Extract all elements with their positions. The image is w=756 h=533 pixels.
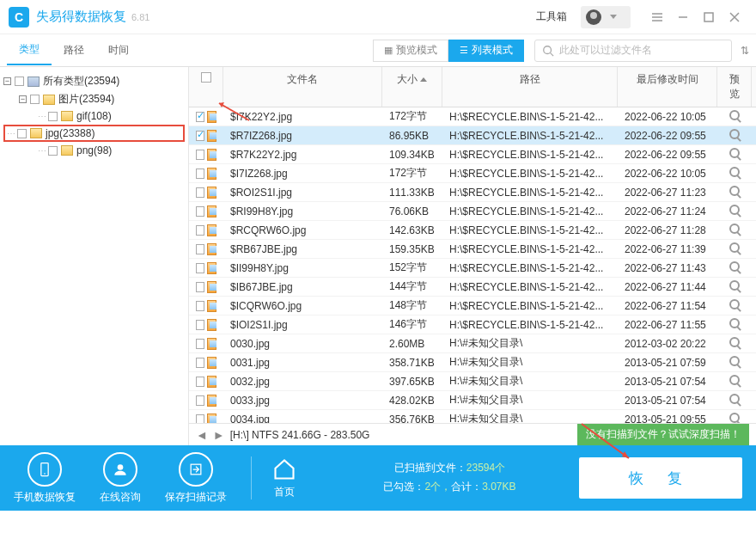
table-row[interactable]: 0030.jpg2.60MBH:\#未知父目录\2012-03-02 20:22 (189, 334, 756, 353)
tab-type[interactable]: 类型 (7, 35, 52, 65)
table-header: 文件名 大小 路径 最后修改时间 预览 (189, 67, 756, 107)
magnify-icon (729, 110, 740, 120)
col-check[interactable] (189, 67, 223, 107)
row-checkbox[interactable] (196, 358, 204, 368)
cell-preview[interactable] (717, 413, 752, 423)
recover-button[interactable]: 恢 复 (579, 457, 742, 499)
cell-preview[interactable] (717, 148, 752, 161)
cell-preview[interactable] (717, 224, 752, 236)
table-row[interactable]: 0031.jpg358.71KBH:\#未知父目录\2013-05-21 07:… (189, 353, 756, 372)
cell-mtime: 2022-06-27 11:43 (618, 262, 717, 274)
tree-jpg[interactable]: ⋯jpg(23388) (3, 125, 185, 142)
table-row[interactable]: $RB67JBE.jpg159.35KBH:\$RECYCLE.BIN\S-1-… (189, 240, 756, 259)
nav-next-icon[interactable]: ► (213, 428, 225, 442)
row-checkbox[interactable] (196, 168, 204, 179)
row-checkbox[interactable] (196, 339, 204, 349)
table-row[interactable]: $I7IZ268.jpg172字节H:\$RECYCLE.BIN\S-1-5-2… (189, 164, 756, 183)
cell-preview[interactable] (717, 280, 752, 293)
table-body[interactable]: $I7K22Y2.jpg172字节H:\$RECYCLE.BIN\S-1-5-2… (189, 107, 756, 423)
row-checkbox[interactable] (196, 263, 204, 273)
menu-button[interactable] (644, 4, 670, 30)
cell-path: H:\$RECYCLE.BIN\S-1-5-21-42... (442, 149, 618, 161)
table-row[interactable]: 0033.jpg428.02KBH:\#未知父目录\2013-05-21 07:… (189, 391, 756, 410)
col-preview[interactable]: 预览 (717, 67, 752, 107)
cell-preview[interactable] (717, 356, 752, 369)
tab-path[interactable]: 路径 (52, 36, 96, 64)
home-button[interactable]: 首页 (272, 457, 296, 499)
save-scan-button[interactable]: 保存扫描记录 (165, 452, 227, 505)
row-checkbox[interactable] (196, 112, 204, 122)
cell-preview[interactable] (717, 318, 752, 331)
nav-prev-icon[interactable]: ◄ (196, 428, 208, 442)
maximize-button[interactable] (696, 4, 722, 30)
search-input[interactable]: 此处可以过滤文件名 (534, 40, 732, 62)
deep-scan-button[interactable]: 没有扫描到文件？试试深度扫描！ (577, 424, 749, 445)
row-checkbox[interactable] (196, 377, 204, 387)
table-row[interactable]: $R7IZ268.jpg86.95KBH:\$RECYCLE.BIN\S-1-5… (189, 126, 756, 145)
row-checkbox[interactable] (196, 206, 204, 217)
preview-mode-button[interactable]: ▦预览模式 (373, 40, 448, 62)
tree-root[interactable]: −所有类型(23594) (3, 72, 185, 90)
cell-preview[interactable] (717, 167, 752, 180)
phone-icon (36, 461, 53, 478)
row-checkbox[interactable] (196, 150, 204, 160)
table-row[interactable]: $ICQRW6O.jpg148字节H:\$RECYCLE.BIN\S-1-5-2… (189, 297, 756, 316)
table-row[interactable]: $I7K22Y2.jpg172字节H:\$RECYCLE.BIN\S-1-5-2… (189, 107, 756, 126)
table-row[interactable]: $RCQRW6O.jpg142.63KBH:\$RECYCLE.BIN\S-1-… (189, 221, 756, 240)
cell-preview[interactable] (717, 129, 752, 142)
phone-recovery-button[interactable]: 手机数据恢复 (14, 452, 76, 505)
cell-preview[interactable] (717, 394, 752, 407)
row-checkbox[interactable] (196, 131, 204, 141)
toolbox-link[interactable]: 工具箱 (536, 9, 567, 24)
cell-preview[interactable] (717, 110, 752, 123)
row-checkbox[interactable] (196, 244, 204, 254)
list-mode-button[interactable]: ☰列表模式 (448, 40, 524, 62)
table-row[interactable]: 0034.jpg356.76KBH:\#未知父目录\2013-05-21 09:… (189, 410, 756, 423)
close-button[interactable] (722, 4, 747, 30)
cell-preview[interactable] (717, 205, 752, 217)
table-row[interactable]: $IOI2S1I.jpg146字节H:\$RECYCLE.BIN\S-1-5-2… (189, 316, 756, 334)
row-checkbox[interactable] (196, 414, 204, 424)
table-row[interactable]: $R7K22Y2.jpg109.34KBH:\$RECYCLE.BIN\S-1-… (189, 145, 756, 164)
cell-preview[interactable] (717, 242, 752, 255)
col-mtime[interactable]: 最后修改时间 (618, 67, 717, 107)
row-checkbox[interactable] (196, 187, 204, 198)
table-row[interactable]: $IB67JBE.jpg144字节H:\$RECYCLE.BIN\S-1-5-2… (189, 278, 756, 297)
row-checkbox[interactable] (196, 225, 204, 236)
row-checkbox[interactable] (196, 395, 204, 406)
row-checkbox[interactable] (196, 282, 204, 292)
cell-name: $R7IZ268.jpg (223, 130, 382, 142)
col-name[interactable]: 文件名 (223, 67, 382, 107)
cell-preview[interactable] (717, 186, 752, 199)
table-row[interactable]: 0032.jpg397.65KBH:\#未知父目录\2013-05-21 07:… (189, 372, 756, 391)
cell-preview[interactable] (717, 375, 752, 388)
table-row[interactable]: $II99H8Y.jpg152字节H:\$RECYCLE.BIN\S-1-5-2… (189, 259, 756, 278)
magnify-icon (729, 148, 740, 158)
cell-preview[interactable] (717, 337, 752, 350)
tab-time[interactable]: 时间 (96, 36, 141, 64)
online-chat-button[interactable]: 在线咨询 (100, 452, 141, 505)
tree-png[interactable]: ⋯png(98) (3, 143, 185, 158)
cell-path: H:\$RECYCLE.BIN\S-1-5-21-42... (442, 111, 618, 123)
minimize-button[interactable] (670, 4, 696, 30)
export-icon (187, 461, 204, 478)
tree-gif[interactable]: ⋯gif(108) (3, 108, 185, 124)
cell-preview[interactable] (717, 299, 752, 312)
tree-pics[interactable]: −图片(23594) (3, 90, 185, 108)
svg-point-1 (544, 46, 552, 53)
cell-preview[interactable] (717, 261, 752, 274)
table-row[interactable]: $RI99H8Y.jpg76.06KBH:\$RECYCLE.BIN\S-1-5… (189, 202, 756, 221)
col-path[interactable]: 路径 (442, 67, 618, 107)
filter-icon[interactable]: ⇅ (741, 45, 749, 57)
file-icon (207, 111, 216, 123)
file-icon (207, 205, 216, 217)
user-menu[interactable] (581, 6, 631, 28)
row-checkbox[interactable] (196, 301, 204, 311)
cell-path: H:\#未知父目录\ (442, 355, 618, 370)
cell-mtime: 2013-05-21 07:54 (618, 376, 717, 388)
table-row[interactable]: $ROI2S1I.jpg111.33KBH:\$RECYCLE.BIN\S-1-… (189, 183, 756, 202)
row-checkbox[interactable] (196, 320, 204, 330)
app-title: 失易得数据恢复 (36, 9, 126, 25)
cell-path: H:\$RECYCLE.BIN\S-1-5-21-42... (442, 130, 618, 142)
col-size[interactable]: 大小 (382, 67, 442, 107)
